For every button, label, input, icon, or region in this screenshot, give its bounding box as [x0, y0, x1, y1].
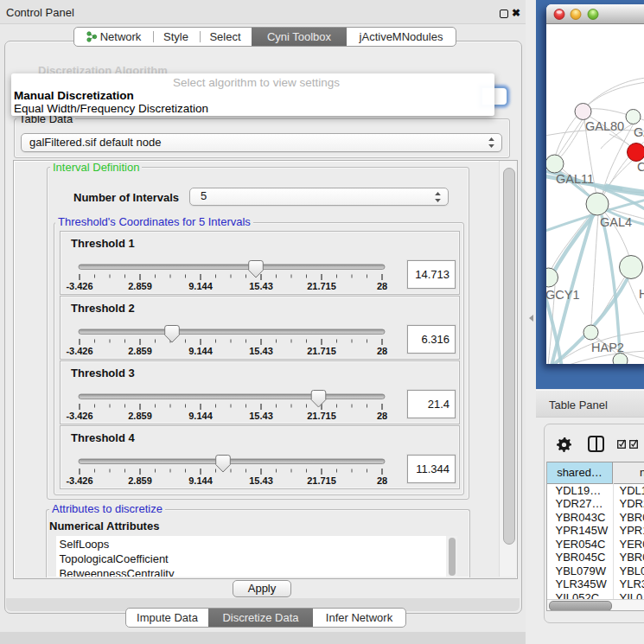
svg-text:GCY1: GCY1	[546, 288, 580, 302]
svg-text:9.144: 9.144	[188, 346, 213, 356]
svg-text:-3.426: -3.426	[66, 411, 92, 421]
svg-text:28: 28	[377, 281, 387, 291]
svg-text:28: 28	[377, 411, 387, 421]
svg-text:21.715: 21.715	[307, 281, 336, 291]
svg-text:2.859: 2.859	[128, 411, 152, 421]
svg-text:15.43: 15.43	[249, 475, 273, 486]
svg-text:21.715: 21.715	[307, 411, 336, 421]
svg-text:2.859: 2.859	[128, 281, 152, 291]
svg-text:21.715: 21.715	[307, 475, 336, 486]
svg-text:9.144: 9.144	[188, 281, 213, 291]
svg-text:GAL80: GAL80	[585, 119, 624, 133]
svg-text:2.859: 2.859	[128, 346, 152, 356]
svg-text:GAL1: GAL1	[634, 125, 644, 139]
svg-text:HA: HA	[639, 287, 644, 301]
svg-text:28: 28	[377, 346, 387, 356]
svg-text:GAL11: GAL11	[556, 172, 594, 186]
svg-text:GAL4: GAL4	[600, 215, 632, 229]
svg-text:28: 28	[377, 475, 387, 486]
svg-text:HAP2: HAP2	[591, 341, 624, 354]
svg-text:15.43: 15.43	[249, 411, 273, 421]
svg-text:-3.426: -3.426	[66, 475, 92, 486]
svg-text:CD: CD	[637, 160, 644, 174]
svg-text:15.43: 15.43	[249, 346, 273, 356]
svg-text:15.43: 15.43	[249, 281, 273, 291]
svg-text:9.144: 9.144	[188, 475, 213, 486]
svg-text:9.144: 9.144	[188, 411, 213, 421]
svg-text:2.859: 2.859	[128, 475, 152, 486]
svg-text:-3.426: -3.426	[66, 346, 92, 356]
svg-text:21.715: 21.715	[307, 346, 336, 356]
svg-text:-3.426: -3.426	[66, 281, 92, 291]
